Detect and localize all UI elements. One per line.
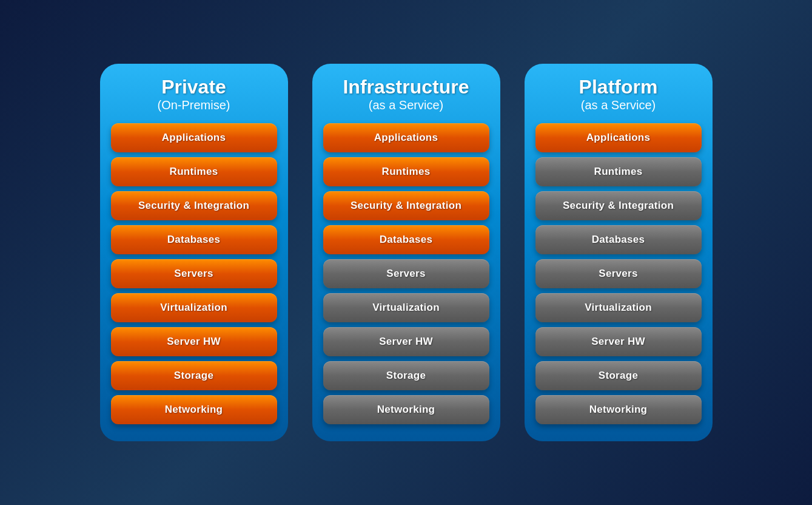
sub-title-platform: (as a Service)	[579, 98, 658, 112]
item-platform-0: Applications	[535, 123, 702, 152]
column-title-infrastructure: Infrastructure(as a Service)	[343, 76, 469, 112]
item-platform-4: Servers	[535, 259, 702, 288]
item-private-4: Servers	[111, 259, 277, 288]
diagram-container: Private(On-Premise)ApplicationsRuntimesS…	[88, 52, 725, 453]
item-private-3: Databases	[111, 225, 277, 254]
item-private-8: Networking	[111, 395, 277, 424]
item-infrastructure-0: Applications	[323, 123, 489, 152]
items-list-private: ApplicationsRuntimesSecurity & Integrati…	[111, 123, 277, 424]
item-platform-5: Virtualization	[535, 293, 702, 322]
item-platform-3: Databases	[535, 225, 702, 254]
item-infrastructure-8: Networking	[323, 395, 489, 424]
item-platform-7: Storage	[535, 361, 702, 390]
item-private-7: Storage	[111, 361, 277, 390]
item-infrastructure-3: Databases	[323, 225, 489, 254]
column-platform: Platform(as a Service)ApplicationsRuntim…	[525, 64, 713, 441]
item-platform-2: Security & Integration	[535, 191, 702, 220]
column-infrastructure: Infrastructure(as a Service)Applications…	[312, 64, 500, 441]
item-private-6: Server HW	[111, 327, 277, 356]
main-title-infrastructure: Infrastructure	[343, 76, 469, 98]
sub-title-infrastructure: (as a Service)	[343, 98, 469, 112]
item-infrastructure-2: Security & Integration	[323, 191, 489, 220]
item-infrastructure-7: Storage	[323, 361, 489, 390]
item-infrastructure-1: Runtimes	[323, 157, 489, 186]
main-title-private: Private	[157, 76, 230, 98]
item-platform-6: Server HW	[535, 327, 702, 356]
main-title-platform: Platform	[579, 76, 658, 98]
items-list-platform: ApplicationsRuntimesSecurity & Integrati…	[535, 123, 702, 424]
item-platform-1: Runtimes	[535, 157, 702, 186]
item-private-5: Virtualization	[111, 293, 277, 322]
column-title-private: Private(On-Premise)	[157, 76, 230, 112]
item-infrastructure-5: Virtualization	[323, 293, 489, 322]
item-private-0: Applications	[111, 123, 277, 152]
item-infrastructure-4: Servers	[323, 259, 489, 288]
items-list-infrastructure: ApplicationsRuntimesSecurity & Integrati…	[323, 123, 489, 424]
item-private-1: Runtimes	[111, 157, 277, 186]
sub-title-private: (On-Premise)	[157, 98, 230, 112]
item-private-2: Security & Integration	[111, 191, 277, 220]
column-private: Private(On-Premise)ApplicationsRuntimesS…	[100, 64, 288, 441]
item-platform-8: Networking	[535, 395, 702, 424]
item-infrastructure-6: Server HW	[323, 327, 489, 356]
column-title-platform: Platform(as a Service)	[579, 76, 658, 112]
